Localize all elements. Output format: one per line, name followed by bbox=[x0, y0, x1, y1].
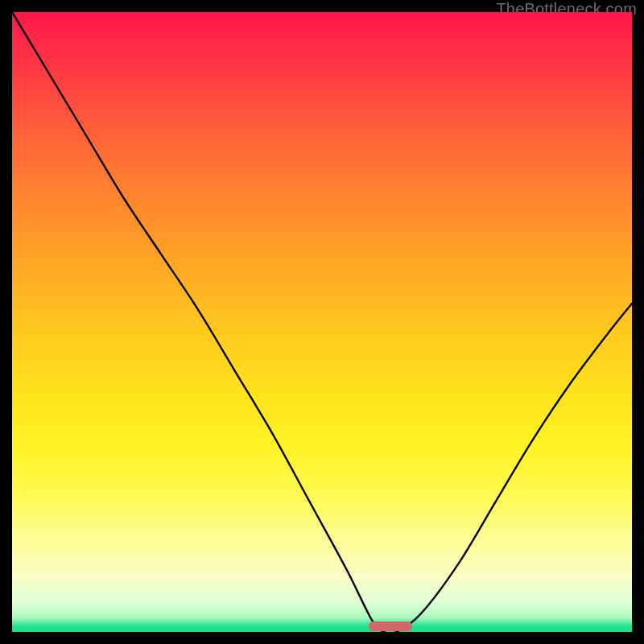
chart-frame: TheBottleneck.com bbox=[0, 0, 644, 644]
plot-area bbox=[12, 12, 632, 632]
optimum-marker bbox=[369, 621, 412, 631]
bottleneck-curve bbox=[12, 12, 632, 632]
